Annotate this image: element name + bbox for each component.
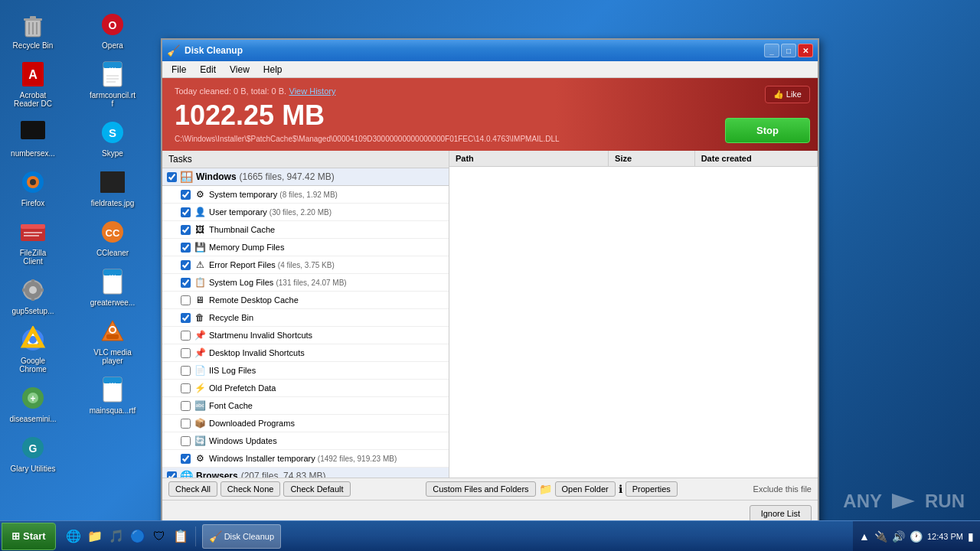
task-item-0[interactable]: ⚙ System temporary (8 files, 1.92 MB) bbox=[162, 186, 449, 204]
task-item-13[interactable]: 📦 Downloaded Programs bbox=[162, 415, 449, 432]
menu-file[interactable]: File bbox=[165, 63, 192, 77]
task-item-2[interactable]: 🖼 Thumbnail Cache bbox=[162, 221, 449, 239]
task-item-9-checkbox[interactable] bbox=[181, 348, 191, 358]
task-item-4[interactable]: ⚠ Error Report Files (4 files, 3.75 KB) bbox=[162, 256, 449, 274]
task-item-3-checkbox[interactable] bbox=[181, 243, 191, 253]
desktop-icon-vlc[interactable]: VLC media player bbox=[86, 313, 139, 368]
task-item-1-label: User temporary (30 files, 2.20 MB) bbox=[209, 207, 443, 217]
task-item-6-icon: 🖥 bbox=[194, 294, 206, 306]
task-item-13-label: Downloaded Programs bbox=[209, 419, 443, 428]
desktop-icon-numbersex[interactable]: numbersex... bbox=[6, 114, 60, 161]
check-default-button[interactable]: Check Default bbox=[283, 481, 350, 497]
menu-help[interactable]: Help bbox=[257, 63, 289, 77]
desktop-icon-acrobat[interactable]: A Acrobat Reader DC bbox=[6, 56, 60, 111]
taskbar-disk-cleanup-app[interactable]: 🧹 Disk Cleanup bbox=[202, 524, 281, 549]
desktop-icon-numbersex-label: numbersex... bbox=[11, 149, 55, 158]
open-folder-button[interactable]: Open Folder bbox=[555, 481, 616, 497]
taskbar-app6-icon[interactable]: 📋 bbox=[171, 527, 191, 546]
desktop-icon-diseasemini-label: diseasemini... bbox=[9, 415, 56, 423]
desktop-icon-filezilla[interactable]: FileZilla Client bbox=[6, 214, 60, 269]
menu-view[interactable]: View bbox=[224, 63, 256, 77]
taskbar-chrome-icon[interactable]: 🔵 bbox=[128, 527, 148, 546]
desktop-icon-greaterwee-label: greaterwee... bbox=[90, 298, 135, 307]
task-item-10[interactable]: 📄 IIS Log Files bbox=[162, 362, 449, 380]
check-none-button[interactable]: Check None bbox=[220, 481, 281, 497]
task-item-0-checkbox[interactable] bbox=[181, 190, 191, 200]
start-button[interactable]: ⊞ Start bbox=[2, 523, 56, 550]
desktop-icon-firefox[interactable]: Firefox bbox=[6, 164, 60, 210]
desktop-icon-chrome[interactable]: Google Chrome bbox=[6, 321, 60, 377]
task-item-14[interactable]: 🔄 Windows Updates bbox=[162, 432, 449, 450]
maximize-button[interactable]: □ bbox=[781, 44, 796, 57]
task-item-11[interactable]: ⚡ Old Prefetch Data bbox=[162, 380, 449, 397]
task-item-7-label: Recycle Bin bbox=[209, 313, 443, 322]
tray-arrow-icon[interactable]: ▲ bbox=[859, 530, 870, 543]
ignore-list-button[interactable]: Ignore List bbox=[750, 505, 812, 522]
task-item-9[interactable]: 📌 Desktop Invalid Shortcuts bbox=[162, 344, 449, 362]
tray-volume-icon[interactable]: 🔊 bbox=[892, 530, 905, 543]
task-group-windows-checkbox[interactable] bbox=[167, 172, 177, 182]
task-group-browsers-checkbox[interactable] bbox=[167, 471, 177, 478]
custom-files-button[interactable]: Custom Files and Folders bbox=[426, 481, 535, 497]
task-group-windows[interactable]: 🪟 Windows (1665 files, 947.42 MB) bbox=[162, 168, 449, 186]
task-item-15[interactable]: ⚙ Windows Installer temporary (1492 file… bbox=[162, 450, 449, 468]
desktop-icon-fieldrates[interactable]: fieldrates.jpg bbox=[86, 164, 139, 210]
task-item-8[interactable]: 📌 Startmenu Invalid Shortcuts bbox=[162, 327, 449, 344]
task-item-15-checkbox[interactable] bbox=[181, 454, 191, 464]
task-item-15-info: (1492 files, 919.23 MB) bbox=[318, 455, 397, 463]
like-button[interactable]: 👍 Like bbox=[765, 86, 810, 103]
svg-text:W: W bbox=[109, 273, 116, 280]
task-item-1[interactable]: 👤 User temporary (30 files, 2.20 MB) bbox=[162, 204, 449, 221]
task-item-6[interactable]: 🖥 Remote Desktop Cache bbox=[162, 292, 449, 309]
desktop-icon-mainsqua[interactable]: W mainsqua...rtf bbox=[86, 371, 139, 418]
desktop: Recycle Bin A Acrobat Reader DC numberse… bbox=[0, 0, 980, 551]
close-button[interactable]: ✕ bbox=[798, 44, 813, 57]
task-item-5-checkbox[interactable] bbox=[181, 278, 191, 288]
desktop-icon-chrome-label: Google Chrome bbox=[9, 357, 57, 373]
task-item-12[interactable]: 🔤 Font Cache bbox=[162, 397, 449, 415]
stop-button[interactable]: Stop bbox=[725, 118, 810, 143]
desktop-icon-recycle-bin[interactable]: Recycle Bin bbox=[6, 6, 60, 53]
menu-edit[interactable]: Edit bbox=[194, 63, 222, 77]
task-item-15-label-text: Windows Installer temporary bbox=[209, 454, 315, 463]
desktop-icon-glary[interactable]: G Glary Utilities bbox=[6, 429, 60, 476]
open-folder-icon: 📁 bbox=[539, 483, 552, 495]
taskbar-av-icon[interactable]: 🛡 bbox=[149, 527, 169, 546]
view-history-link[interactable]: View History bbox=[289, 86, 336, 96]
taskbar-media-icon[interactable]: 🎵 bbox=[106, 527, 126, 546]
task-item-4-label-text: Error Report Files bbox=[209, 260, 276, 269]
minimize-button[interactable]: _ bbox=[764, 44, 779, 57]
task-item-6-checkbox[interactable] bbox=[181, 295, 191, 305]
taskbar-ie-icon[interactable]: 🌐 bbox=[64, 527, 83, 546]
task-item-3[interactable]: 💾 Memory Dump Files bbox=[162, 239, 449, 256]
desktop-icon-opera[interactable]: O Opera bbox=[86, 6, 139, 53]
task-item-13-checkbox[interactable] bbox=[181, 419, 191, 429]
desktop-icon-skype[interactable]: S Skype bbox=[86, 114, 139, 161]
task-item-5[interactable]: 📋 System Log Files (131 files, 24.07 MB) bbox=[162, 274, 449, 292]
tray-network-icon[interactable]: 🔌 bbox=[874, 530, 887, 543]
task-item-4-checkbox[interactable] bbox=[181, 260, 191, 270]
task-item-11-checkbox[interactable] bbox=[181, 383, 191, 393]
desktop-icon-ccleaner[interactable]: CC CCleaner bbox=[86, 214, 139, 260]
task-item-2-label-text: Thumbnail Cache bbox=[209, 225, 275, 234]
task-item-7[interactable]: 🗑 Recycle Bin bbox=[162, 309, 449, 327]
task-group-browsers[interactable]: 🌐 Browsers (207 files, 74.83 MB) bbox=[162, 468, 449, 478]
desktop-icon-greaterwee[interactable]: W greaterwee... bbox=[86, 263, 139, 310]
desktop-icon-farmcouncil[interactable]: W farmcouncil.rtf bbox=[86, 56, 139, 111]
tray-show-desktop-icon[interactable]: ▮ bbox=[968, 530, 974, 543]
task-item-8-checkbox[interactable] bbox=[181, 331, 191, 341]
task-item-7-checkbox[interactable] bbox=[181, 313, 191, 323]
desktop-icon-gup5setup[interactable]: gup5setup... bbox=[6, 272, 60, 318]
task-item-14-checkbox[interactable] bbox=[181, 436, 191, 446]
taskbar-explorer-icon[interactable]: 📁 bbox=[85, 527, 105, 546]
task-item-2-checkbox[interactable] bbox=[181, 225, 191, 235]
task-item-12-checkbox[interactable] bbox=[181, 401, 191, 411]
task-item-10-checkbox[interactable] bbox=[181, 366, 191, 376]
svg-marker-53 bbox=[892, 494, 915, 509]
desktop-icon-diseasemini[interactable]: + diseasemini... bbox=[6, 380, 60, 426]
task-item-9-icon: 📌 bbox=[194, 347, 206, 359]
task-item-1-checkbox[interactable] bbox=[181, 207, 191, 217]
properties-button[interactable]: Properties bbox=[626, 481, 678, 497]
check-all-button[interactable]: Check All bbox=[168, 481, 217, 497]
svg-rect-2 bbox=[30, 16, 36, 19]
